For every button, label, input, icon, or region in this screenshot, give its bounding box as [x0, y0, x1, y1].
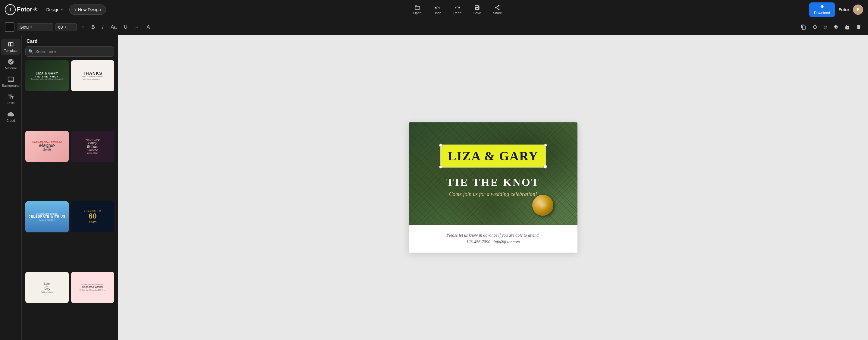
sidebar: Template Material Background Texts Cloud: [0, 35, 22, 340]
card-canvas: LIZA & GARY TIE THE KNOT Come join us fo…: [409, 122, 578, 253]
sidebar-item-cloud[interactable]: Cloud: [1, 109, 21, 125]
footer-line1: Please let us know in advance if you are…: [418, 232, 568, 239]
delete-button[interactable]: [854, 23, 863, 31]
main-area: Template Material Background Texts Cloud…: [0, 35, 868, 340]
handle-tr[interactable]: [544, 144, 547, 147]
share-button[interactable]: Share: [491, 3, 504, 16]
font-size-aa-button[interactable]: Aa: [108, 23, 119, 31]
font-size-selector[interactable]: 60 ▾: [56, 23, 76, 31]
panel-title: Card: [22, 35, 118, 47]
template-card-celebrate[interactable]: Let's blow the candles! CELEBRATE WITH U…: [25, 202, 69, 233]
sidebar-cloud-label: Cloud: [6, 119, 15, 122]
lock-icon: [844, 24, 850, 30]
chevron-down-icon: ▾: [30, 25, 32, 29]
texts-icon: [7, 93, 14, 100]
underline-button[interactable]: U: [121, 23, 130, 31]
font-family-selector[interactable]: Gotu ▾: [17, 23, 53, 31]
download-icon: [819, 4, 825, 10]
sidebar-item-template[interactable]: Template: [1, 38, 21, 55]
design-label: Design: [46, 7, 59, 12]
footer-line2: 123-456-7890 | info@fotor.com: [418, 239, 568, 245]
text-color-button[interactable]: A: [144, 23, 153, 31]
italic-button[interactable]: I: [100, 23, 106, 31]
top-bar: f Fotor® Design ▾ + New Design Open Undo…: [0, 0, 868, 19]
redo-label: Redo: [453, 11, 461, 15]
template-card-happy-birthday-sweetie[interactable]: TO MY WIFE HappyBirthdaySweetie LOVE, AN…: [71, 131, 115, 162]
avatar[interactable]: F: [853, 4, 863, 15]
duplicate-button[interactable]: [799, 23, 808, 31]
logo: f Fotor®: [5, 4, 37, 15]
undo-button[interactable]: Undo: [431, 3, 444, 16]
template-grid: LIZA & GARY TIE THE KNOT Come join us fo…: [22, 60, 118, 340]
user-name: Fotor: [838, 7, 849, 12]
canvas-area: LIZA & GARY TIE THE KNOT Come join us fo…: [118, 35, 868, 340]
template-card-rehearsal[interactable]: Come Mike and Bernice's Rehearsal Dinner…: [71, 272, 115, 303]
card-image-section: LIZA & GARY TIE THE KNOT Come join us fo…: [409, 122, 578, 225]
sidebar-item-texts[interactable]: Texts: [1, 91, 21, 107]
sidebar-material-label: Material: [5, 66, 17, 70]
handle-br[interactable]: [544, 165, 547, 168]
open-button[interactable]: Open: [411, 3, 424, 16]
align-button[interactable]: ≡: [79, 23, 87, 31]
rotate-button[interactable]: [810, 23, 819, 31]
logo-icon: f: [5, 4, 16, 15]
sidebar-background-label: Background: [2, 84, 20, 87]
duplicate-icon: [801, 24, 806, 30]
sidebar-item-material[interactable]: Material: [1, 56, 21, 72]
undo-icon: [434, 4, 440, 10]
handle-bl[interactable]: [439, 165, 442, 168]
save-button[interactable]: Save: [471, 3, 484, 16]
sidebar-texts-label: Texts: [7, 101, 15, 105]
redo-button[interactable]: Redo: [451, 3, 464, 16]
template-card-60-years[interactable]: CHEERS TO 60 Years: [71, 202, 115, 233]
background-icon: [7, 76, 14, 83]
rotate-icon: [812, 24, 818, 30]
template-card-thanks[interactable]: THANKS FOR YOUR PURCHASE! We'd love to h…: [71, 60, 115, 91]
open-icon: [414, 4, 421, 10]
template-icon: [7, 41, 14, 48]
save-icon: [474, 4, 480, 10]
template-card-birthday-maggie[interactable]: HAVE A MAGICAL BIRTHDAY! Maggie Smith: [25, 131, 69, 162]
card-background-image: LIZA & GARY TIE THE KNOT Come join us fo…: [409, 122, 578, 225]
ring-visual: [532, 195, 553, 216]
name-text: LIZA & GARY: [448, 149, 538, 163]
template-panel: Card 🔍 LIZA & GARY TIE THE KNOT Come joi…: [22, 35, 118, 340]
layers-button[interactable]: [831, 23, 840, 31]
search-input[interactable]: [25, 47, 114, 57]
cloud-icon: [7, 111, 14, 118]
new-design-button[interactable]: + New Design: [69, 4, 106, 15]
redo-icon: [455, 4, 461, 10]
footer-text: Please let us know in advance if you are…: [418, 232, 568, 246]
sidebar-template-label: Template: [4, 49, 18, 53]
text-color-picker[interactable]: [5, 22, 14, 32]
trash-icon: [856, 24, 861, 30]
template-card-liza-gary[interactable]: LIZA & GARY TIE THE KNOT Come join us fo…: [25, 60, 69, 91]
new-design-label: + New Design: [74, 7, 101, 12]
material-icon: [7, 59, 14, 65]
undo-label: Undo: [433, 11, 441, 15]
name-box-wrapper[interactable]: LIZA & GARY: [440, 144, 547, 171]
card-footer: Please let us know in advance if you are…: [409, 225, 578, 253]
open-label: Open: [413, 11, 421, 15]
topbar-center: Open Undo Redo Save Share: [110, 3, 806, 16]
effects-button[interactable]: ◎: [822, 24, 829, 30]
panel-search-wrapper: 🔍: [25, 47, 114, 57]
spacing-button[interactable]: ↔: [132, 23, 142, 31]
bold-button[interactable]: B: [89, 23, 97, 31]
format-toolbar: Gotu ▾ 60 ▾ ≡ B I Aa U ↔ A ◎: [0, 19, 868, 35]
handle-tl[interactable]: [439, 144, 442, 147]
name-box[interactable]: LIZA & GARY: [440, 144, 547, 167]
share-icon: [494, 4, 500, 10]
ring-gem: [538, 201, 547, 210]
toolbar-right-actions: ◎: [799, 23, 863, 31]
save-label: Save: [473, 11, 481, 15]
download-button[interactable]: Download: [809, 2, 835, 17]
sidebar-item-background[interactable]: Background: [1, 73, 21, 90]
download-label: Download: [814, 11, 830, 15]
design-menu-button[interactable]: Design ▾: [43, 5, 66, 14]
chevron-down-icon: ▾: [65, 25, 66, 29]
topbar-right: Download Fotor F: [809, 2, 863, 17]
template-card-liza-gary-2[interactable]: Liza & Gary Wedding Invitation: [25, 272, 69, 303]
knot-text: TIE THE KNOT: [417, 176, 569, 188]
lock-button[interactable]: [843, 23, 852, 31]
